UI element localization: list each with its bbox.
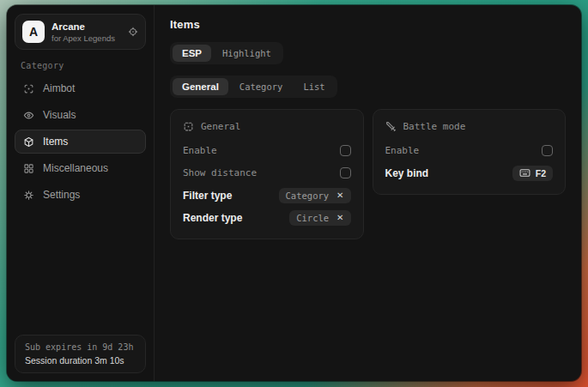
keybind-button[interactable]: F2 — [512, 166, 553, 181]
keybind-value: F2 — [536, 168, 546, 178]
setting-label: Filter type — [183, 190, 232, 202]
battle-enable-checkbox[interactable] — [542, 145, 553, 156]
panel-general: General Enable Show distance Filter type… — [170, 109, 364, 239]
panel-battle-mode-header: Battle mode — [385, 121, 554, 132]
sidebar-item-visuals[interactable]: Visuals — [15, 103, 146, 127]
category-section-label: Category — [21, 61, 140, 70]
sub-expires-text: Sub expires in 9d 23h — [25, 342, 136, 352]
panel-title: General — [201, 121, 240, 132]
select-value: Circle — [296, 213, 329, 223]
app-window: A Arcane for Apex Legends Category — [7, 5, 581, 381]
sidebar-spacer — [15, 209, 146, 335]
panel-title: Battle mode — [403, 121, 466, 132]
enable-checkbox[interactable] — [340, 145, 351, 156]
show-distance-checkbox[interactable] — [340, 167, 351, 178]
view-tab-group: General Category List — [170, 76, 337, 98]
filter-type-select[interactable]: Category ✕ — [279, 188, 351, 203]
setting-label: Key bind — [385, 167, 429, 179]
panels-row: General Enable Show distance Filter type… — [170, 109, 566, 239]
tab-general[interactable]: General — [173, 78, 228, 95]
sidebar-item-label: Settings — [43, 189, 80, 201]
setting-row-filter-type: Filter type Category ✕ — [183, 184, 351, 206]
main-content: Items ESP Highlight General Category Lis… — [155, 5, 581, 381]
setting-label: Show distance — [183, 167, 257, 178]
sword-icon — [385, 121, 397, 132]
setting-label: Enable — [385, 145, 420, 156]
sidebar-item-label: Visuals — [43, 109, 76, 121]
sidebar: A Arcane for Apex Legends Category — [7, 5, 155, 381]
sidebar-item-label: Aimbot — [43, 82, 75, 94]
tab-category[interactable]: Category — [230, 78, 293, 95]
setting-row-enable: Enable — [385, 140, 554, 161]
setting-row-key-bind: Key bind F2 — [385, 162, 554, 184]
desktop-wallpaper: A Arcane for Apex Legends Category — [0, 0, 588, 387]
mode-tab-group: ESP Highlight — [170, 42, 283, 64]
package-icon — [23, 136, 34, 148]
sidebar-item-label: Items — [43, 136, 68, 148]
setting-row-show-distance: Show distance — [183, 162, 351, 184]
app-subtitle: for Apex Legends — [52, 33, 115, 43]
dashed-frame-icon — [183, 121, 194, 132]
sidebar-item-label: Miscellaneous — [43, 162, 108, 174]
sidebar-item-miscellaneous[interactable]: Miscellaneous — [15, 156, 146, 180]
setting-label: Enable — [183, 145, 217, 156]
setting-label: Render type — [183, 212, 242, 224]
tab-esp[interactable]: ESP — [173, 45, 211, 62]
clear-icon[interactable]: ✕ — [336, 191, 343, 200]
scan-crosshair-icon — [23, 83, 34, 94]
eye-icon — [23, 110, 34, 121]
sidebar-item-aimbot[interactable]: Aimbot — [15, 76, 146, 100]
keyboard-icon — [519, 168, 530, 178]
grid-icon — [23, 163, 34, 174]
app-name: Arcane — [52, 21, 115, 32]
clear-icon[interactable]: ✕ — [336, 214, 343, 222]
subscription-card: Sub expires in 9d 23h Session duration 3… — [15, 335, 146, 373]
page-title: Items — [170, 18, 566, 31]
gear-icon — [23, 190, 34, 201]
sidebar-item-items[interactable]: Items — [15, 130, 146, 154]
select-value: Category — [286, 190, 330, 201]
tab-list[interactable]: List — [294, 78, 334, 95]
tab-highlight[interactable]: Highlight — [213, 45, 281, 62]
app-meta: Arcane for Apex Legends — [52, 21, 115, 43]
sidebar-item-settings[interactable]: Settings — [15, 183, 146, 207]
setting-row-enable: Enable — [183, 140, 351, 161]
setting-row-render-type: Render type Circle ✕ — [183, 207, 351, 228]
panel-general-header: General — [183, 121, 351, 132]
render-type-select[interactable]: Circle ✕ — [289, 210, 350, 226]
session-duration-text: Session duration 3m 10s — [25, 355, 136, 366]
app-logo: A — [22, 21, 45, 43]
target-icon[interactable] — [128, 27, 138, 37]
panel-battle-mode: Battle mode Enable Key bind — [373, 109, 567, 195]
app-header-card: A Arcane for Apex Legends — [15, 14, 146, 50]
